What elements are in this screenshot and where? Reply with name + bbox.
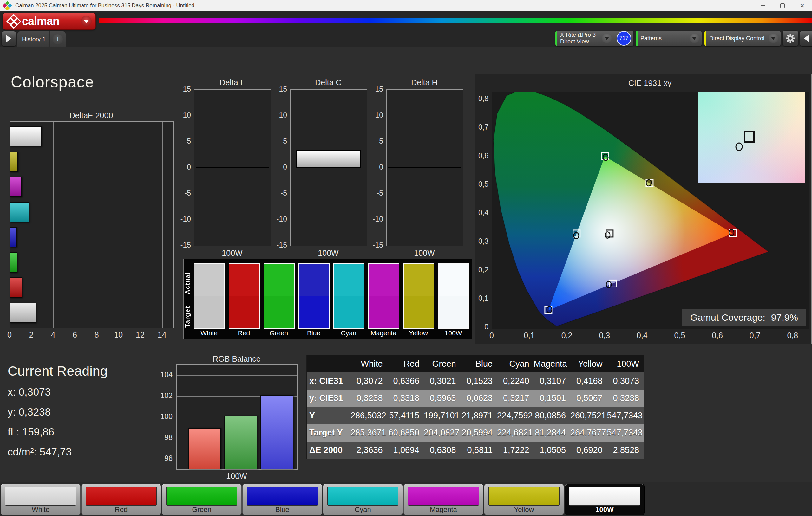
gridline [195, 194, 270, 194]
swatch-label: Yellow [400, 329, 437, 337]
table-cell: 204,0827 [424, 428, 461, 438]
row-label: Y [307, 411, 350, 421]
pattern-label: Cyan [323, 506, 403, 514]
collapse-panel-button[interactable] [800, 30, 812, 46]
meter-selector[interactable]: X-Rite i1Pro 3 Direct View 717 [555, 30, 634, 46]
deltae-bar-white [10, 303, 36, 323]
y-tick-label: 15 [375, 85, 383, 93]
pattern-button-blue[interactable]: Blue [242, 484, 322, 515]
table-cell: 285,3671 [350, 428, 387, 438]
column-header: Magenta [534, 359, 571, 369]
add-tab-button[interactable]: + [50, 31, 66, 47]
chevron-down-icon [771, 37, 776, 40]
gridline [141, 122, 141, 328]
swatch-magenta [368, 263, 399, 329]
swatch-green [264, 263, 295, 329]
pattern-label: Magenta [404, 506, 483, 514]
calman-menu-dropdown[interactable] [81, 16, 92, 27]
y-tick-label: -5 [281, 189, 287, 198]
titlebar: Calman 2025 Calman Ultimate for Business… [0, 0, 812, 11]
pattern-button-magenta[interactable]: Magenta [403, 484, 484, 515]
gamut-coverage-value: 97,9% [771, 312, 798, 323]
deltae-bar-blue [10, 227, 17, 247]
deltae-bar-magenta [10, 177, 22, 197]
tab-label: History 1 [18, 36, 46, 43]
pattern-button-yellow[interactable]: Yellow [484, 484, 564, 515]
table-row-target-y: Target Y285,367160,6850204,082720,599422… [307, 424, 644, 442]
cie-1931-panel: CIE 1931 xy 00,10,20,30,40,50,60,70,8 00… [474, 73, 812, 344]
calman-app-window: Calman 2025 Calman Ultimate for Business… [0, 0, 812, 516]
patterns-dropdown-arrow[interactable] [690, 34, 699, 43]
swatch-label: Red [226, 329, 262, 337]
y-axis: 151050-5-10-15 [274, 89, 289, 245]
reading-cdm2: cd/m²: 547,73 [8, 446, 72, 458]
chevron-down-icon [83, 20, 89, 23]
y-tick-label: -15 [373, 241, 383, 249]
deltae-bar-green [10, 252, 18, 273]
x-tick-label: 14 [157, 330, 167, 339]
display-control-dropdown-arrow[interactable] [768, 34, 778, 43]
display-control-selector[interactable]: Direct Display Control [704, 30, 781, 46]
rgb-bar-red [188, 428, 221, 469]
y-tick-label: 104 [161, 370, 173, 379]
column-header: Red [387, 359, 424, 369]
chevron-down-icon [692, 37, 697, 40]
tab-history-1[interactable]: History 1 + [17, 31, 66, 47]
calman-menu-button[interactable]: calman [3, 13, 96, 30]
y-tick-label: -5 [184, 189, 191, 198]
gridline [291, 194, 367, 194]
pattern-label: Green [162, 506, 241, 514]
swatch-label: White [191, 329, 227, 337]
deltae2000-chart-title: DeltaE 2000 [9, 111, 173, 120]
header-band: calman History 1 + X-Rite i1Pro 3 Direct… [0, 11, 812, 47]
meter-reading-badge: 717 [617, 31, 631, 45]
cie-x-axis: 00,10,20,30,40,50,60,70,8 [492, 331, 808, 340]
pattern-button-100w[interactable]: 100W [564, 484, 644, 515]
column-header: 100W [607, 359, 644, 369]
column-header: Blue [461, 359, 497, 369]
settings-button[interactable] [782, 30, 799, 46]
pattern-swatch [327, 487, 398, 506]
meter-dropdown-arrow[interactable] [602, 34, 612, 43]
x-tick-label: 0,3 [599, 331, 610, 340]
gridline [177, 375, 297, 375]
reading-x: x: 0,3073 [8, 386, 51, 398]
pattern-button-cyan[interactable]: Cyan [323, 484, 403, 515]
restore-button[interactable] [773, 0, 792, 11]
patterns-selector[interactable]: Patterns [635, 30, 702, 46]
minimize-button[interactable] [753, 0, 773, 11]
app-logo-icon [3, 2, 11, 10]
pattern-button-green[interactable]: Green [162, 484, 242, 515]
gridline [195, 142, 270, 142]
gridline [387, 116, 463, 116]
rgb-balance-chart [176, 364, 297, 470]
x-tick-label: 0,2 [561, 331, 573, 340]
rgb-balance-y-axis: 1041021009896 [149, 364, 174, 469]
pattern-button-white[interactable]: White [1, 484, 81, 515]
table-cell: 0,3318 [387, 393, 424, 403]
table-cell: 80,0856 [534, 411, 571, 421]
close-button[interactable]: × [792, 0, 812, 11]
delta-chart-delta-c: Delta C151050-5-10-15100W [290, 78, 366, 259]
table-cell: 547,7343 [607, 428, 644, 438]
sidebar-expander-button[interactable] [1, 31, 17, 46]
pattern-swatch [86, 487, 157, 506]
x-tick-label: 0,8 [787, 331, 798, 340]
table-cell: 81,2844 [534, 428, 571, 438]
y-tick-label: 0,8 [478, 94, 489, 103]
deltae-bar-cyan [10, 202, 29, 222]
swatch-label: Magenta [365, 329, 402, 337]
delta-chart-delta-l: Delta L151050-5-10-15100W [194, 78, 270, 259]
swatch-red [229, 263, 260, 329]
measurement-table: WhiteRedGreenBlueCyanMagentaYellow100Wx:… [307, 355, 644, 459]
table-cell: 0,3238 [350, 393, 387, 403]
deltae2000-chart [9, 121, 174, 328]
x-tick-label: 12 [136, 330, 145, 339]
gridline [53, 122, 54, 328]
current-reading-title: Current Reading [8, 363, 108, 379]
pattern-button-red[interactable]: Red [81, 484, 161, 515]
expand-right-icon [6, 35, 11, 42]
table-cell: 1,7222 [497, 445, 534, 455]
x-tick-label: 0,1 [524, 331, 535, 340]
x-tick-label: 4 [51, 330, 55, 339]
